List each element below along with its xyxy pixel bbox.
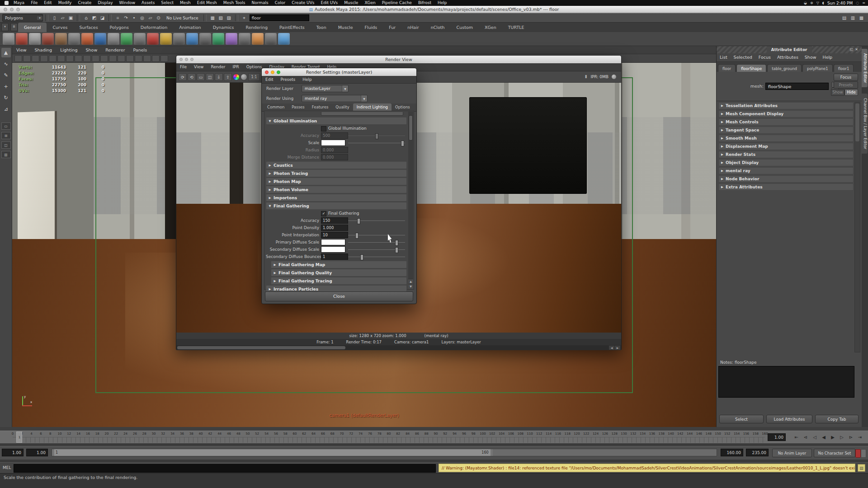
- slider-accuracy[interactable]: [348, 221, 405, 221]
- menu-create[interactable]: Create: [75, 0, 94, 6]
- scroll-up-icon[interactable]: ▲: [408, 279, 413, 284]
- snap-to-curve-icon[interactable]: ↷: [122, 14, 130, 22]
- snap-to-point-icon[interactable]: •: [130, 14, 138, 22]
- section-photon-map[interactable]: ▶Photon Map: [266, 178, 407, 185]
- section-caustics[interactable]: ▶Caustics: [266, 161, 407, 169]
- shelf-tab-polygons[interactable]: Polygons: [104, 23, 135, 32]
- quick-selection-icon[interactable]: ⌖: [241, 14, 248, 22]
- slider-handle[interactable]: [395, 247, 398, 253]
- shelf-tab-surfaces[interactable]: Surfaces: [73, 23, 104, 32]
- section-final-gathering[interactable]: ▼Final Gathering: [266, 202, 407, 210]
- panel-menu-view[interactable]: View: [12, 46, 31, 54]
- attribute-editor-header[interactable]: Attribute Editor ◱✕: [717, 46, 862, 53]
- shelf-tool-icon[interactable]: [226, 33, 237, 45]
- playback-end-field[interactable]: 160.00: [721, 449, 743, 456]
- shelf-tool-icon[interactable]: [160, 33, 172, 45]
- slider-handle[interactable]: [360, 254, 363, 260]
- viewport-toolbar-button[interactable]: [152, 55, 160, 62]
- menu-select[interactable]: Select: [158, 0, 177, 6]
- shelf-tool-icon[interactable]: [3, 33, 14, 45]
- ae-section-mesh-component-display[interactable]: ▶Mesh Component Display: [718, 110, 854, 117]
- shelf-tool-icon[interactable]: [81, 33, 93, 45]
- quick-select-input[interactable]: floor: [250, 14, 309, 21]
- menu-bifrost[interactable]: Bifrost: [415, 0, 434, 6]
- render-settings-menu-edit[interactable]: Edit: [262, 76, 277, 83]
- slider-accuracy[interactable]: [348, 136, 405, 136]
- render-layer-dropdown[interactable]: masterLayer▼: [302, 85, 349, 92]
- render-settings-icon[interactable]: ▨: [225, 14, 233, 22]
- checkbox-final-gathering[interactable]: ✓: [321, 211, 326, 216]
- current-time-marker[interactable]: 1: [16, 432, 22, 443]
- close-button[interactable]: Close: [265, 291, 413, 301]
- load-attributes-button[interactable]: Load Attributes: [766, 415, 812, 423]
- color-swatch-secondary-diffuse-scale[interactable]: [321, 246, 345, 253]
- shelf-tab-custom[interactable]: Custom: [451, 23, 479, 32]
- select-by-object-icon[interactable]: ◩: [90, 14, 98, 22]
- attribute-editor-menu-show[interactable]: Show: [802, 53, 820, 61]
- remove-image-icon[interactable]: ⇧: [224, 73, 232, 81]
- scrollbar-thumb[interactable]: [409, 115, 413, 141]
- viewport-toolbar-button[interactable]: [32, 55, 39, 62]
- section-global-illumination[interactable]: ▼Global Illumination: [266, 117, 407, 125]
- separator[interactable]: [77, 14, 80, 21]
- shelf-tool-icon[interactable]: [68, 33, 80, 45]
- separator[interactable]: [203, 14, 207, 21]
- slider-primary-diffuse-scale[interactable]: [348, 242, 405, 243]
- auto-keyframe-toggle-icon[interactable]: [855, 449, 861, 458]
- scroll-right-icon[interactable]: ▶: [615, 346, 620, 350]
- shelf-tab-deformation[interactable]: Deformation: [135, 23, 173, 32]
- save-scene-icon[interactable]: ▣: [67, 14, 75, 22]
- go-to-range-end-button[interactable]: ⇥: [855, 431, 864, 443]
- side-tab-attribute-editor[interactable]: Attribute Editor: [862, 49, 868, 87]
- menu-edit-uvs[interactable]: Edit UVs: [318, 0, 341, 6]
- panel-menu-shading[interactable]: Shading: [31, 46, 57, 54]
- ipr-stop-icon[interactable]: [612, 75, 616, 79]
- panel-close-icon[interactable]: ✕: [855, 47, 860, 52]
- shelf-tool-icon[interactable]: [55, 33, 67, 45]
- shelf-tab-fluids[interactable]: Fluids: [359, 23, 383, 32]
- notes-text-area[interactable]: [718, 366, 854, 398]
- menu-edit[interactable]: Edit: [41, 0, 55, 6]
- focus-button[interactable]: Focus: [834, 74, 858, 81]
- anim-layer-button[interactable]: No Anim Layer: [772, 449, 812, 457]
- separator[interactable]: [108, 14, 112, 21]
- keep-image-icon[interactable]: ⇩: [215, 73, 223, 81]
- command-language-toggle[interactable]: MEL: [3, 463, 11, 473]
- render-view-menu-ipr[interactable]: IPR: [229, 63, 242, 71]
- shelf-menu-button[interactable]: ▾: [1, 23, 9, 31]
- scroll-down-icon[interactable]: ▼: [408, 284, 413, 289]
- menu-assets[interactable]: Assets: [138, 0, 158, 6]
- tab-features[interactable]: Features: [308, 103, 332, 111]
- shelf-tab-fur[interactable]: Fur: [383, 23, 401, 32]
- menu-muscle[interactable]: Muscle: [341, 0, 361, 6]
- render-settings-scroll-area[interactable]: ▼Global IlluminationGlobal IlluminationA…: [264, 111, 414, 290]
- render-settings-menu-help[interactable]: Help: [299, 76, 316, 83]
- ae-section-extra-attributes[interactable]: ▶Extra Attributes: [718, 183, 854, 191]
- viewport-toolbar-button[interactable]: [143, 55, 151, 62]
- shelf-tab-xgen[interactable]: XGen: [479, 23, 502, 32]
- menu-help[interactable]: Help: [434, 0, 450, 6]
- shelf-tool-icon[interactable]: [199, 33, 211, 45]
- separator[interactable]: [235, 14, 238, 21]
- viewport-toolbar-button[interactable]: [23, 55, 31, 62]
- render-view-menu-render[interactable]: Render: [207, 63, 229, 71]
- sidebar-channel-box-toggle-icon[interactable]: ▦: [858, 14, 865, 22]
- menu-xgen[interactable]: XGen: [361, 0, 378, 6]
- select-by-hierarchy-icon[interactable]: ⌂: [82, 14, 90, 22]
- scale-tool-icon[interactable]: ⊿: [1, 104, 11, 114]
- menu-edit-mesh[interactable]: Edit Mesh: [194, 0, 220, 6]
- ae-section-node-behavior[interactable]: ▶Node Behavior: [718, 175, 854, 183]
- section-photon-volume[interactable]: ▶Photon Volume: [266, 186, 407, 193]
- panel-menu-lighting[interactable]: Lighting: [56, 46, 81, 54]
- viewport-toolbar-button[interactable]: [57, 55, 65, 62]
- select-by-component-icon[interactable]: ◪: [99, 14, 106, 22]
- attribute-editor-menu-focus[interactable]: Focus: [755, 53, 774, 61]
- command-input[interactable]: [14, 464, 436, 473]
- menu-modify[interactable]: Modify: [55, 0, 75, 6]
- playback-range-bar[interactable]: 1 160: [52, 449, 493, 456]
- apple-menu-icon[interactable]: [5, 1, 9, 5]
- mesh-name-field[interactable]: floorShape: [765, 83, 829, 90]
- color-swatch-scale[interactable]: [321, 140, 345, 146]
- attribute-editor-scrollbar[interactable]: [854, 102, 860, 352]
- render-settings-title-bar[interactable]: Render Settings (masterLayer): [262, 68, 416, 76]
